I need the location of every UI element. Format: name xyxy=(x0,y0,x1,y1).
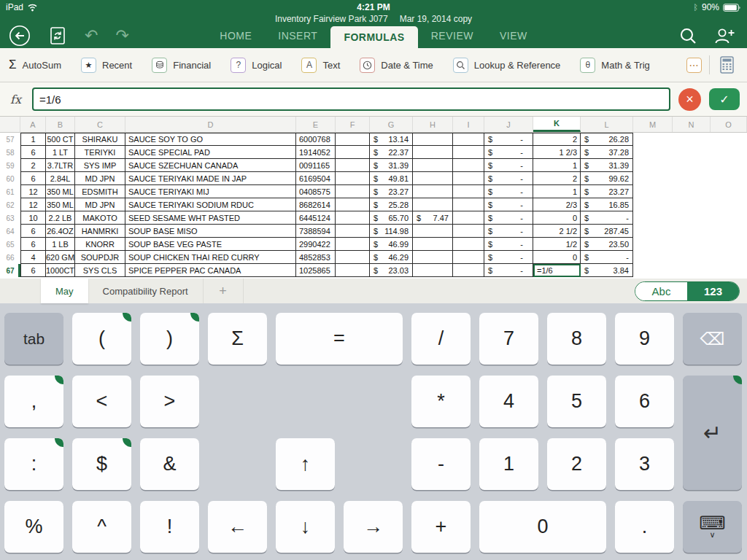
key-3[interactable]: 3 xyxy=(615,438,674,490)
cell[interactable]: SYS CLS xyxy=(75,264,125,277)
cell[interactable]: 1 LB xyxy=(46,238,75,251)
cell[interactable] xyxy=(336,172,370,185)
date-time-functions-button[interactable]: Date & Time xyxy=(360,58,433,73)
cell[interactable]: $- xyxy=(484,225,533,238)
cell[interactable]: 6169504 xyxy=(296,172,336,185)
cell[interactable] xyxy=(336,146,370,159)
cell[interactable]: $23.27 xyxy=(370,185,413,198)
mode-123-button[interactable]: 123 xyxy=(687,282,739,300)
cell[interactable]: 6000768 xyxy=(296,133,336,146)
cell[interactable] xyxy=(453,146,484,159)
cell[interactable] xyxy=(336,225,370,238)
cell[interactable] xyxy=(336,238,370,251)
cell[interactable]: $22.37 xyxy=(370,146,413,159)
col-header-m[interactable]: M xyxy=(633,117,673,132)
row-header[interactable]: 62 xyxy=(0,198,20,211)
search-button[interactable] xyxy=(678,26,697,45)
cell[interactable]: 7388594 xyxy=(296,225,336,238)
cell[interactable]: $- xyxy=(484,185,533,198)
col-header-i[interactable]: I xyxy=(453,117,484,132)
confirm-entry-button[interactable]: ✓ xyxy=(709,88,740,110)
keypad-toggle-button[interactable] xyxy=(720,56,734,74)
row-header[interactable]: 66 xyxy=(0,251,20,264)
cell[interactable]: 0408575 xyxy=(296,185,336,198)
key-open-paren[interactable]: ( xyxy=(72,313,131,365)
cell[interactable]: $7.47 xyxy=(413,211,453,225)
financial-functions-button[interactable]: Financial xyxy=(152,58,211,73)
key-close-paren[interactable]: ) xyxy=(140,313,199,365)
cell[interactable]: SOUP BASE MISO xyxy=(125,225,296,238)
cell[interactable]: 1 xyxy=(533,185,581,198)
save-sync-button[interactable] xyxy=(48,26,67,46)
key-equals[interactable]: = xyxy=(276,313,403,365)
cell[interactable]: 500 CT xyxy=(46,133,75,146)
key-minus[interactable]: - xyxy=(411,438,471,490)
cell[interactable] xyxy=(453,133,484,146)
tab-home[interactable]: HOME xyxy=(206,23,265,48)
cell[interactable]: $- xyxy=(484,211,533,225)
cell[interactable]: 6445124 xyxy=(296,211,336,225)
cell[interactable]: SOUP BASE VEG PASTE xyxy=(125,238,296,251)
col-header-g[interactable]: G xyxy=(370,117,413,132)
cell[interactable]: $37.28 xyxy=(581,146,633,159)
add-sheet-button[interactable]: + xyxy=(203,279,244,303)
key-dollar[interactable]: $ xyxy=(72,438,131,490)
cell[interactable]: 12 xyxy=(20,185,46,198)
row-header[interactable]: 60 xyxy=(0,172,20,185)
cell[interactable]: MD JPN xyxy=(75,198,125,211)
cell[interactable]: SOUP CHICKEN THAI RED CURRY xyxy=(125,251,296,264)
cancel-entry-button[interactable]: × xyxy=(678,88,701,111)
cell[interactable]: 12 xyxy=(20,198,46,211)
key-exclamation[interactable]: ! xyxy=(140,501,199,553)
row-header[interactable]: 63 xyxy=(0,211,20,225)
cell[interactable]: SAUCE TERIYAKI SODIUM RDUC xyxy=(125,198,296,211)
text-functions-button[interactable]: A Text xyxy=(301,58,340,73)
cell[interactable]: $- xyxy=(484,172,533,185)
cell[interactable]: 1 2/3 xyxy=(533,146,581,159)
cell[interactable] xyxy=(413,198,453,211)
cell[interactable] xyxy=(413,185,453,198)
tab-view[interactable]: VIEW xyxy=(487,23,541,48)
cell[interactable] xyxy=(413,146,453,159)
row-header[interactable]: 64 xyxy=(0,225,20,238)
key-plus[interactable]: + xyxy=(411,501,471,553)
cell[interactable] xyxy=(453,211,484,225)
cell[interactable] xyxy=(336,264,370,277)
cell[interactable]: 2.84L xyxy=(46,172,75,185)
cell[interactable] xyxy=(336,198,370,211)
logical-functions-button[interactable]: ? Logical xyxy=(231,58,282,73)
row-header[interactable]: 59 xyxy=(0,159,20,172)
key-5[interactable]: 5 xyxy=(547,376,606,427)
cell[interactable]: $- xyxy=(581,211,633,225)
cell[interactable]: $23.03 xyxy=(370,264,413,277)
row-header[interactable]: 61 xyxy=(0,185,20,198)
autosum-button[interactable]: Σ AutoSum xyxy=(9,58,61,72)
cell[interactable] xyxy=(413,264,453,277)
key-arrow-down[interactable]: ↓ xyxy=(276,501,335,553)
cell[interactable]: 620 GM xyxy=(46,251,75,264)
col-header-l[interactable]: L xyxy=(581,117,633,132)
cell[interactable]: $- xyxy=(484,146,533,159)
col-header-a[interactable]: A xyxy=(20,117,46,132)
cell[interactable]: 0 xyxy=(533,211,581,225)
sheet-tab-may[interactable]: May xyxy=(41,279,88,303)
cell[interactable]: $- xyxy=(484,264,533,277)
cell[interactable]: $287.45 xyxy=(581,225,633,238)
col-header-d[interactable]: D xyxy=(125,117,296,132)
key-caret[interactable]: ^ xyxy=(72,501,131,553)
cell[interactable]: 1 xyxy=(533,159,581,172)
col-header-o[interactable]: O xyxy=(711,117,747,132)
cell[interactable]: $- xyxy=(484,238,533,251)
cell[interactable]: 1025865 xyxy=(296,264,336,277)
cell[interactable]: 6 xyxy=(20,172,46,185)
key-7[interactable]: 7 xyxy=(479,313,538,365)
cell[interactable]: $25.28 xyxy=(370,198,413,211)
cell[interactable]: 6 xyxy=(20,238,46,251)
key-divide[interactable]: / xyxy=(411,313,471,365)
key-8[interactable]: 8 xyxy=(547,313,606,365)
cell[interactable]: SOUPDJR xyxy=(75,251,125,264)
cell[interactable]: 1/2 xyxy=(533,238,581,251)
key-9[interactable]: 9 xyxy=(615,313,674,365)
cell[interactable]: $3.84 xyxy=(581,264,633,277)
cell[interactable]: SYS IMP xyxy=(75,159,125,172)
